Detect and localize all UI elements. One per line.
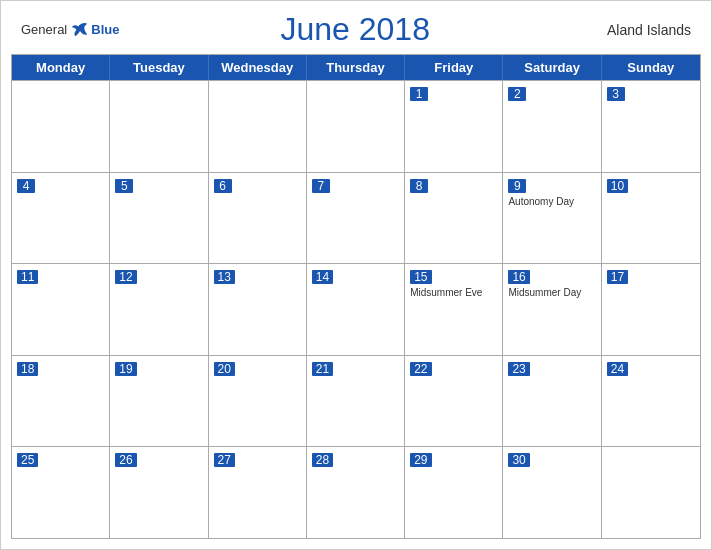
- day-cell: 20: [209, 356, 307, 447]
- day-number: 16: [508, 270, 529, 284]
- day-cell: 7: [307, 173, 405, 264]
- day-number: 1: [410, 87, 428, 101]
- week-row-0: 0000123: [12, 80, 700, 172]
- day-number: 2: [508, 87, 526, 101]
- day-cell: 5: [110, 173, 208, 264]
- day-number: 0: [607, 453, 625, 467]
- day-headers: MondayTuesdayWednesdayThursdayFridaySatu…: [12, 55, 700, 80]
- day-cell: 26: [110, 447, 208, 538]
- day-cell: 8: [405, 173, 503, 264]
- day-number: 25: [17, 453, 38, 467]
- day-number: 0: [312, 87, 330, 101]
- day-cell: 0: [307, 81, 405, 172]
- day-cell: 28: [307, 447, 405, 538]
- week-row-2: 1112131415Midsummer Eve16Midsummer Day17: [12, 263, 700, 355]
- day-number: 28: [312, 453, 333, 467]
- logo-area: General Blue: [21, 21, 119, 39]
- day-number: 24: [607, 362, 628, 376]
- calendar-header: General Blue June 2018 Aland Islands: [1, 1, 711, 54]
- day-number: 29: [410, 453, 431, 467]
- day-number: 6: [214, 179, 232, 193]
- day-number: 11: [17, 270, 38, 284]
- day-cell: 9Autonomy Day: [503, 173, 601, 264]
- day-number: 30: [508, 453, 529, 467]
- day-cell: 0: [209, 81, 307, 172]
- day-cell: 0: [602, 447, 700, 538]
- day-cell: 11: [12, 264, 110, 355]
- day-number: 22: [410, 362, 431, 376]
- day-cell: 27: [209, 447, 307, 538]
- day-cell: 19: [110, 356, 208, 447]
- day-number: 7: [312, 179, 330, 193]
- weeks-container: 0000123456789Autonomy Day101112131415Mid…: [12, 80, 700, 538]
- day-number: 17: [607, 270, 628, 284]
- event-label: Autonomy Day: [508, 196, 595, 208]
- day-cell: 25: [12, 447, 110, 538]
- day-cell: 18: [12, 356, 110, 447]
- day-cell: 12: [110, 264, 208, 355]
- day-number: 18: [17, 362, 38, 376]
- day-number: 23: [508, 362, 529, 376]
- day-number: 12: [115, 270, 136, 284]
- day-number: 4: [17, 179, 35, 193]
- logo-general-text: General: [21, 22, 67, 37]
- day-cell: 2: [503, 81, 601, 172]
- day-cell: 23: [503, 356, 601, 447]
- day-number: 14: [312, 270, 333, 284]
- day-header-monday: Monday: [12, 55, 110, 80]
- logo-bird-icon: [71, 21, 89, 39]
- region-label: Aland Islands: [591, 22, 691, 38]
- day-cell: 16Midsummer Day: [503, 264, 601, 355]
- day-number: 15: [410, 270, 431, 284]
- day-number: 0: [115, 87, 133, 101]
- day-header-wednesday: Wednesday: [209, 55, 307, 80]
- calendar-grid: MondayTuesdayWednesdayThursdayFridaySatu…: [11, 54, 701, 539]
- day-cell: 3: [602, 81, 700, 172]
- day-number: 9: [508, 179, 526, 193]
- day-number: 8: [410, 179, 428, 193]
- day-cell: 1: [405, 81, 503, 172]
- day-header-sunday: Sunday: [602, 55, 700, 80]
- week-row-1: 456789Autonomy Day10: [12, 172, 700, 264]
- logo-blue-text: Blue: [91, 22, 119, 37]
- day-cell: 21: [307, 356, 405, 447]
- day-number: 0: [17, 87, 35, 101]
- day-number: 10: [607, 179, 628, 193]
- day-cell: 15Midsummer Eve: [405, 264, 503, 355]
- day-number: 5: [115, 179, 133, 193]
- day-cell: 6: [209, 173, 307, 264]
- day-number: 20: [214, 362, 235, 376]
- day-cell: 0: [12, 81, 110, 172]
- day-number: 3: [607, 87, 625, 101]
- calendar-title: June 2018: [119, 11, 591, 48]
- day-number: 19: [115, 362, 136, 376]
- day-cell: 17: [602, 264, 700, 355]
- day-cell: 13: [209, 264, 307, 355]
- day-number: 21: [312, 362, 333, 376]
- day-number: 0: [214, 87, 232, 101]
- event-label: Midsummer Eve: [410, 287, 497, 299]
- day-number: 26: [115, 453, 136, 467]
- day-header-thursday: Thursday: [307, 55, 405, 80]
- week-row-3: 18192021222324: [12, 355, 700, 447]
- day-header-tuesday: Tuesday: [110, 55, 208, 80]
- day-cell: 30: [503, 447, 601, 538]
- day-cell: 29: [405, 447, 503, 538]
- day-cell: 22: [405, 356, 503, 447]
- day-cell: 0: [110, 81, 208, 172]
- day-cell: 24: [602, 356, 700, 447]
- day-number: 27: [214, 453, 235, 467]
- day-cell: 4: [12, 173, 110, 264]
- day-header-saturday: Saturday: [503, 55, 601, 80]
- day-number: 13: [214, 270, 235, 284]
- logo-text: General Blue: [21, 21, 119, 39]
- day-header-friday: Friday: [405, 55, 503, 80]
- event-label: Midsummer Day: [508, 287, 595, 299]
- day-cell: 10: [602, 173, 700, 264]
- week-row-4: 2526272829300: [12, 446, 700, 538]
- calendar-container: General Blue June 2018 Aland Islands Mon…: [0, 0, 712, 550]
- day-cell: 14: [307, 264, 405, 355]
